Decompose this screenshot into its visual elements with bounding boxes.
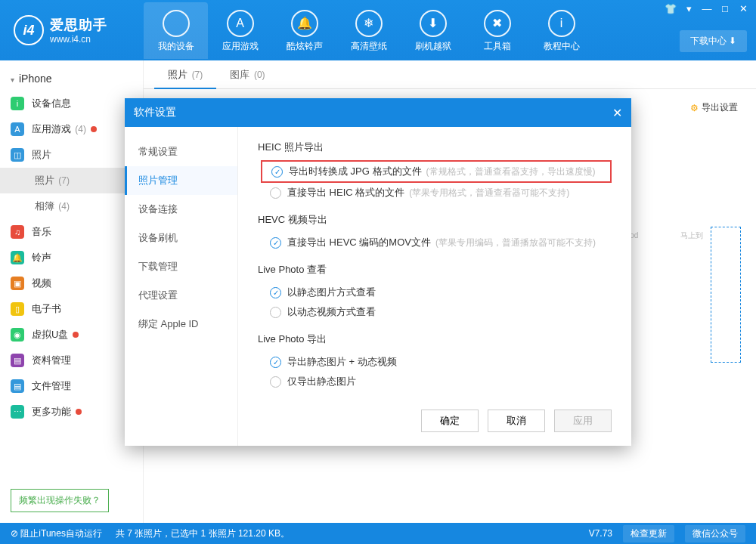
modal-side-item-0[interactable]: 常规设置 bbox=[125, 138, 237, 166]
nav-icon bbox=[163, 10, 190, 37]
modal-content: HEIC 照片导出导出时转换成 JPG 格式的文件(常规格式，普通查看器支持，导… bbox=[238, 127, 631, 446]
sidebar-icon: ◫ bbox=[11, 148, 24, 162]
sidebar-item-10[interactable]: ▤资料管理 bbox=[0, 348, 143, 373]
list-header-fragment: mod 马上到 bbox=[624, 230, 703, 241]
sidebar-item-11[interactable]: ▤文件管理 bbox=[0, 373, 143, 399]
minimize-button[interactable]: — bbox=[699, 3, 715, 17]
nav-icon: A bbox=[227, 10, 254, 37]
status-bar: ⊘ 阻止iTunes自动运行 共 7 张照片，已选中 1 张照片 121.20 … bbox=[0, 523, 756, 544]
sidebar-icon: ♫ bbox=[11, 225, 24, 239]
sidebar-item-7[interactable]: ▣视频 bbox=[0, 270, 143, 296]
modal-side-item-3[interactable]: 设备刷机 bbox=[125, 224, 237, 252]
nav-label: 应用游戏 bbox=[208, 40, 272, 53]
nav-item-4[interactable]: ⬇刷机越狱 bbox=[401, 2, 465, 59]
sidebar-icon: ▤ bbox=[11, 379, 24, 393]
sidebar-item-2[interactable]: ◫照片 bbox=[0, 142, 143, 168]
sidebar-icon: ▯ bbox=[11, 302, 24, 316]
nav-label: 高清壁纸 bbox=[336, 40, 401, 53]
radio-icon bbox=[270, 187, 281, 199]
sidebar-label: 音乐 bbox=[32, 225, 51, 239]
maximize-button[interactable]: □ bbox=[717, 3, 733, 17]
modal-side-item-6[interactable]: 绑定 Apple ID bbox=[125, 310, 237, 338]
ok-button[interactable]: 确定 bbox=[421, 410, 479, 432]
sidebar: iPhone i设备信息A应用游戏 (4)◫照片照片 (7)相簿 (4)♫音乐🔔… bbox=[0, 60, 144, 523]
sidebar-label: 电子书 bbox=[32, 302, 61, 316]
tab-0[interactable]: 照片 (7) bbox=[154, 60, 216, 89]
dropdown-icon[interactable]: ▾ bbox=[680, 3, 697, 17]
radio-icon bbox=[271, 166, 283, 178]
nav-label: 教程中心 bbox=[529, 40, 593, 53]
sidebar-item-3[interactable]: 照片 (7) bbox=[0, 168, 143, 193]
option-0-1[interactable]: 直接导出 HEIC 格式的文件(苹果专用格式，普通查看器可能不支持) bbox=[258, 183, 612, 202]
settings-modal: 软件设置 ✕ 常规设置照片管理设备连接设备刷机下载管理代理设置绑定 Apple … bbox=[125, 98, 631, 446]
wechat-button[interactable]: 微信公众号 bbox=[685, 525, 745, 542]
radio-icon bbox=[270, 237, 281, 249]
sidebar-icon: 🔔 bbox=[11, 251, 24, 264]
modal-side-item-1[interactable]: 照片管理 bbox=[125, 166, 237, 195]
app-logo: i4 爱思助手 www.i4.cn bbox=[0, 15, 144, 45]
top-bar: i4 爱思助手 www.i4.cn 我的设备A应用游戏🔔酷炫铃声❄高清壁纸⬇刷机… bbox=[0, 0, 756, 60]
notification-dot-icon bbox=[91, 126, 97, 132]
sidebar-item-4[interactable]: 相簿 (4) bbox=[0, 193, 143, 219]
modal-side-item-5[interactable]: 代理设置 bbox=[125, 281, 237, 310]
skin-icon[interactable]: 👕 bbox=[662, 3, 679, 17]
section-title: Live Photo 导出 bbox=[258, 332, 612, 346]
check-update-button[interactable]: 检查更新 bbox=[623, 525, 674, 542]
option-label: 仅导出静态图片 bbox=[287, 375, 356, 388]
close-button[interactable]: ✕ bbox=[735, 3, 751, 17]
modal-side-item-4[interactable]: 下载管理 bbox=[125, 252, 237, 281]
modal-actions: 确定 取消 应用 bbox=[421, 410, 612, 432]
option-label: 以静态图片方式查看 bbox=[287, 286, 376, 299]
nav-item-5[interactable]: ✖工具箱 bbox=[465, 2, 529, 59]
option-3-1[interactable]: 仅导出静态图片 bbox=[258, 372, 612, 391]
modal-side-item-2[interactable]: 设备连接 bbox=[125, 195, 237, 224]
option-1-0[interactable]: 直接导出 HEVC 编码的MOV文件(苹果专用编码，普通播放器可能不支持) bbox=[258, 233, 612, 252]
app-title: 爱思助手 bbox=[50, 16, 107, 34]
main-nav: 我的设备A应用游戏🔔酷炫铃声❄高清壁纸⬇刷机越狱✖工具箱i教程中心 bbox=[144, 2, 593, 59]
status-summary: 共 7 张照片，已选中 1 张照片 121.20 KB。 bbox=[116, 527, 290, 540]
option-3-0[interactable]: 导出静态图片 + 动态视频 bbox=[258, 352, 612, 372]
sidebar-count: (4) bbox=[56, 201, 70, 212]
option-2-1[interactable]: 以动态视频方式查看 bbox=[258, 302, 612, 322]
download-center-button[interactable]: 下载中心 ⬇ bbox=[680, 30, 747, 52]
sidebar-count: (4) bbox=[73, 124, 86, 134]
radio-icon bbox=[270, 287, 281, 298]
nav-item-2[interactable]: 🔔酷炫铃声 bbox=[272, 2, 336, 59]
logo-badge-icon: i4 bbox=[14, 15, 44, 45]
sidebar-icon: ▤ bbox=[11, 354, 24, 367]
nav-icon: i bbox=[548, 10, 575, 37]
sidebar-label: 照片 bbox=[32, 148, 51, 162]
sidebar-item-0[interactable]: i设备信息 bbox=[0, 91, 143, 116]
sidebar-item-12[interactable]: ⋯更多功能 bbox=[0, 399, 143, 425]
modal-sidebar: 常规设置照片管理设备连接设备刷机下载管理代理设置绑定 Apple ID bbox=[125, 127, 238, 446]
nav-item-1[interactable]: A应用游戏 bbox=[208, 2, 272, 59]
tab-1[interactable]: 图库 (0) bbox=[216, 60, 278, 89]
modal-close-button[interactable]: ✕ bbox=[612, 106, 622, 120]
option-label: 导出静态图片 + 动态视频 bbox=[287, 355, 397, 369]
itunes-block-toggle[interactable]: ⊘ 阻止iTunes自动运行 bbox=[11, 527, 102, 540]
gear-icon: ⚙ bbox=[690, 103, 699, 113]
sidebar-item-9[interactable]: ◉虚拟U盘 bbox=[0, 322, 143, 348]
apply-button[interactable]: 应用 bbox=[554, 410, 612, 432]
cancel-button[interactable]: 取消 bbox=[488, 410, 545, 432]
operation-fail-hint[interactable]: 频繁出现操作失败？ bbox=[11, 489, 109, 512]
sidebar-item-6[interactable]: 🔔铃声 bbox=[0, 245, 143, 270]
modal-header: 软件设置 ✕ bbox=[125, 98, 631, 127]
sidebar-label: 文件管理 bbox=[32, 379, 71, 393]
notification-dot-icon bbox=[76, 409, 82, 415]
sidebar-item-8[interactable]: ▯电子书 bbox=[0, 296, 143, 322]
radio-icon bbox=[270, 357, 281, 368]
sidebar-item-1[interactable]: A应用游戏 (4) bbox=[0, 116, 143, 142]
nav-icon: ❄ bbox=[355, 10, 383, 37]
nav-item-3[interactable]: ❄高清壁纸 bbox=[336, 2, 401, 59]
nav-item-6[interactable]: i教程中心 bbox=[529, 2, 593, 59]
export-settings-button[interactable]: ⚙ 导出设置 bbox=[690, 101, 738, 114]
option-hint: (常规格式，普通查看器支持，导出速度慢) bbox=[426, 165, 596, 178]
nav-item-0[interactable]: 我的设备 bbox=[144, 2, 208, 59]
device-selector[interactable]: iPhone bbox=[0, 66, 143, 91]
option-label: 导出时转换成 JPG 格式的文件 bbox=[289, 165, 422, 178]
sidebar-label: 应用游戏 bbox=[32, 122, 71, 136]
option-0-0[interactable]: 导出时转换成 JPG 格式的文件(常规格式，普通查看器支持，导出速度慢) bbox=[261, 160, 612, 183]
sidebar-item-5[interactable]: ♫音乐 bbox=[0, 219, 143, 245]
option-2-0[interactable]: 以静态图片方式查看 bbox=[258, 283, 612, 302]
